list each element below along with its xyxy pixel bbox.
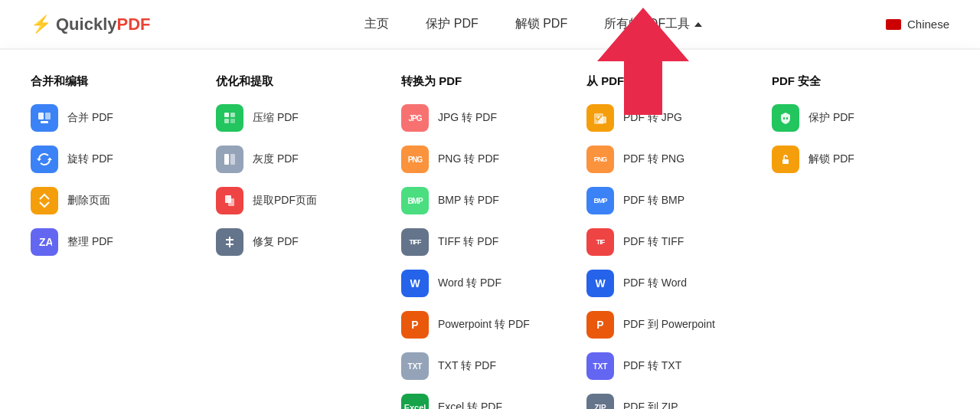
- ppt-to-pdf-label: Powerpoint 转 PDF: [438, 318, 530, 332]
- word-to-pdf-label: Word 转 PDF: [438, 276, 501, 290]
- item-organize-pdf[interactable]: ZА 整理 PDF: [31, 228, 208, 256]
- compress-pdf-label: 压缩 PDF: [253, 111, 299, 125]
- col-merge-edit-title: 合并和编辑: [31, 74, 208, 89]
- svg-rect-19: [786, 117, 788, 119]
- extract-pdf-icon: [216, 187, 243, 214]
- col-to-pdf: 转换为 PDF JPG JPG 转 PDF PNG PNG 转 PDF BMP …: [401, 74, 579, 409]
- tiff-to-pdf-icon: TIFF: [401, 228, 429, 256]
- logo-text: QuicklyPDF: [56, 15, 150, 34]
- excel-to-pdf-label: Excel 转 PDF: [438, 401, 502, 409]
- navbar: ⚡ QuicklyPDF 主页 保护 PDF 解锁 PDF 所有的PDF工具 C…: [0, 0, 980, 49]
- item-pdf-to-ppt[interactable]: P PDF 到 Powerpoint: [586, 311, 764, 339]
- svg-rect-20: [782, 159, 789, 164]
- item-unlock-pdf[interactable]: 解锁 PDF: [772, 146, 949, 173]
- col-pdf-security: PDF 安全 保护 PDF 解锁 PDF: [772, 74, 949, 409]
- item-tiff-to-pdf[interactable]: TIFF TIFF 转 PDF: [401, 228, 579, 256]
- compress-pdf-icon: [216, 104, 243, 132]
- language-selector[interactable]: Chinese: [886, 18, 949, 31]
- grayscale-pdf-label: 灰度 PDF: [253, 152, 299, 166]
- rotate-pdf-label: 旋转 PDF: [67, 152, 113, 166]
- nav-protect[interactable]: 保护 PDF: [426, 16, 478, 32]
- pdf-to-jpg-label: PDF 转 JPG: [623, 111, 682, 125]
- col-optimize: 优化和提取 压缩 PDF 灰度 PDF 提取PDF页面 修复 PDF: [216, 74, 394, 409]
- pdf-to-zip-icon: ZIP: [586, 394, 614, 409]
- pdf-to-tiff-icon: TIF: [586, 228, 614, 256]
- item-txt-to-pdf[interactable]: TXT TXT 转 PDF: [401, 352, 579, 380]
- nav-links: 主页 保护 PDF 解锁 PDF 所有的PDF工具: [196, 16, 870, 32]
- ppt-to-pdf-icon: P: [401, 311, 429, 339]
- col-merge-edit: 合并和编辑 合并 PDF 旋转 PDF 删除页面 ZА 整理 PDF: [31, 74, 208, 409]
- nav-all-tools[interactable]: 所有的PDF工具: [604, 16, 702, 32]
- unlock-pdf-icon: [772, 146, 799, 173]
- item-png-to-pdf[interactable]: PNG PNG 转 PDF: [401, 146, 579, 173]
- jpg-to-pdf-icon: JPG: [401, 104, 429, 132]
- col-optimize-title: 优化和提取: [216, 74, 394, 89]
- logo-bolt-icon: ⚡: [31, 15, 51, 34]
- item-protect-pdf[interactable]: 保护 PDF: [772, 104, 949, 132]
- svg-rect-7: [224, 119, 229, 123]
- svg-rect-18: [783, 117, 785, 119]
- pdf-to-tiff-label: PDF 转 TIFF: [623, 235, 684, 249]
- pdf-to-png-label: PDF 转 PNG: [623, 152, 684, 166]
- repair-pdf-label: 修复 PDF: [253, 235, 299, 249]
- svg-rect-2: [45, 113, 51, 119]
- pdf-to-bmp-icon: BMP: [586, 187, 614, 214]
- pdf-to-png-icon: PNG: [586, 146, 614, 173]
- svg-rect-9: [224, 154, 229, 165]
- item-pdf-to-word[interactable]: W PDF 转 Word: [586, 270, 764, 297]
- excel-to-pdf-icon: Excel: [401, 394, 429, 409]
- png-to-pdf-icon: PNG: [401, 146, 429, 173]
- pdf-to-ppt-icon: P: [586, 311, 614, 339]
- pdf-to-jpg-icon: [586, 104, 614, 132]
- item-pdf-to-png[interactable]: PNG PDF 转 PNG: [586, 146, 764, 173]
- repair-pdf-icon: [216, 228, 243, 256]
- item-pdf-to-tiff[interactable]: TIF PDF 转 TIFF: [586, 228, 764, 256]
- png-to-pdf-label: PNG 转 PDF: [438, 152, 499, 166]
- rotate-pdf-icon: [31, 146, 58, 173]
- jpg-to-pdf-label: JPG 转 PDF: [438, 111, 497, 125]
- bmp-to-pdf-icon: BMP: [401, 187, 429, 214]
- item-word-to-pdf[interactable]: W Word 转 PDF: [401, 270, 579, 297]
- protect-pdf-icon: [772, 104, 799, 132]
- word-to-pdf-icon: W: [401, 270, 429, 297]
- pdf-to-word-label: PDF 转 Word: [623, 276, 687, 290]
- item-delete-page[interactable]: 删除页面: [31, 187, 208, 214]
- svg-rect-6: [230, 113, 235, 117]
- bmp-to-pdf-label: BMP 转 PDF: [438, 194, 499, 208]
- logo[interactable]: ⚡ QuicklyPDF: [31, 15, 150, 34]
- item-pdf-to-zip[interactable]: ZIP PDF 到 ZIP: [586, 394, 764, 409]
- nav-home[interactable]: 主页: [364, 16, 389, 32]
- item-pdf-to-jpg[interactable]: PDF 转 JPG: [586, 104, 764, 132]
- item-merge-pdf[interactable]: 合并 PDF: [31, 104, 208, 132]
- organize-pdf-label: 整理 PDF: [67, 235, 113, 249]
- svg-text:ZА: ZА: [39, 236, 52, 248]
- item-repair-pdf[interactable]: 修复 PDF: [216, 228, 394, 256]
- dropdown-menu: 合并和编辑 合并 PDF 旋转 PDF 删除页面 ZА 整理 PDF: [0, 49, 980, 409]
- unlock-pdf-label: 解锁 PDF: [808, 152, 854, 166]
- delete-page-label: 删除页面: [67, 194, 110, 208]
- item-grayscale-pdf[interactable]: 灰度 PDF: [216, 146, 394, 173]
- col-to-pdf-title: 转换为 PDF: [401, 74, 579, 89]
- svg-rect-3: [41, 121, 48, 123]
- item-bmp-to-pdf[interactable]: BMP BMP 转 PDF: [401, 187, 579, 214]
- item-pdf-to-bmp[interactable]: BMP PDF 转 BMP: [586, 187, 764, 214]
- nav-unlock[interactable]: 解锁 PDF: [515, 16, 567, 32]
- item-compress-pdf[interactable]: 压缩 PDF: [216, 104, 394, 132]
- item-ppt-to-pdf[interactable]: P Powerpoint 转 PDF: [401, 311, 579, 339]
- item-excel-to-pdf[interactable]: Excel Excel 转 PDF: [401, 394, 579, 409]
- flag-icon: [886, 19, 901, 30]
- txt-to-pdf-icon: TXT: [401, 352, 429, 380]
- chevron-up-icon: [694, 22, 702, 27]
- pdf-to-bmp-label: PDF 转 BMP: [623, 194, 684, 208]
- item-pdf-to-txt[interactable]: TXT PDF 转 TXT: [586, 352, 764, 380]
- item-rotate-pdf[interactable]: 旋转 PDF: [31, 146, 208, 173]
- grayscale-pdf-icon: [216, 146, 243, 173]
- pdf-to-word-icon: W: [586, 270, 614, 297]
- txt-to-pdf-label: TXT 转 PDF: [438, 359, 496, 373]
- pdf-to-zip-label: PDF 到 ZIP: [623, 401, 678, 409]
- tiff-to-pdf-label: TIFF 转 PDF: [438, 235, 498, 249]
- item-jpg-to-pdf[interactable]: JPG JPG 转 PDF: [401, 104, 579, 132]
- col-from-pdf-title: 从 PDF 转...: [586, 74, 764, 89]
- item-extract-pdf[interactable]: 提取PDF页面: [216, 187, 394, 214]
- svg-rect-17: [598, 116, 606, 123]
